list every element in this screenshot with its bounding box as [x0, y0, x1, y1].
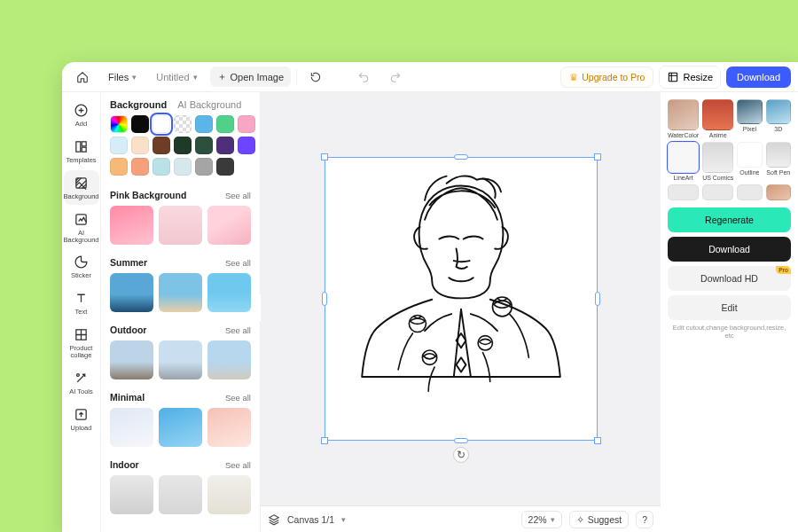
rail-ai-tools[interactable]: AI Tools: [64, 365, 99, 400]
canvas-stage: ↻ Canvas 1/1▾ 22%▾ ✧Suggest ?: [261, 92, 661, 532]
color-swatch[interactable]: [153, 115, 170, 133]
rotate-handle[interactable]: ↻: [453, 447, 469, 463]
color-swatch[interactable]: [131, 115, 149, 133]
category-title: Pink Background: [110, 190, 186, 200]
rail-templates[interactable]: Templates: [64, 134, 99, 168]
style-option[interactable]: Pixel: [737, 99, 762, 138]
color-swatch[interactable]: [131, 158, 149, 176]
help-button[interactable]: ?: [636, 511, 653, 528]
color-swatch[interactable]: [110, 158, 128, 176]
color-swatch[interactable]: [153, 158, 170, 176]
background-thumbnail[interactable]: [110, 206, 153, 245]
background-thumbnail[interactable]: [159, 475, 202, 514]
rail-text[interactable]: Text: [64, 286, 99, 320]
background-thumbnail[interactable]: [159, 408, 202, 447]
background-thumbnail[interactable]: [207, 408, 251, 447]
open-image-button[interactable]: ＋Open Image: [210, 66, 292, 87]
background-thumbnail[interactable]: [110, 475, 153, 514]
style-thumbnail: [766, 142, 791, 167]
templates-icon: [74, 139, 89, 154]
resize-handle[interactable]: [594, 153, 601, 160]
color-swatch[interactable]: [195, 137, 213, 154]
style-option[interactable]: [766, 184, 791, 200]
see-all-link[interactable]: See all: [225, 393, 251, 403]
tab-background[interactable]: Background: [110, 99, 167, 110]
upgrade-button[interactable]: ♛Upgrade to Pro: [560, 66, 653, 88]
color-swatch[interactable]: [195, 115, 213, 133]
home-icon: [76, 71, 89, 83]
background-thumbnail[interactable]: [110, 340, 153, 379]
color-swatch[interactable]: [216, 158, 234, 176]
style-option[interactable]: LineArt: [668, 142, 699, 181]
canvas-artwork: [337, 164, 585, 434]
redo-button[interactable]: [382, 67, 409, 87]
see-all-link[interactable]: See all: [225, 258, 251, 268]
download-button[interactable]: Download: [726, 66, 791, 88]
edit-button[interactable]: Edit: [668, 295, 791, 320]
style-option[interactable]: Outline: [737, 142, 762, 181]
background-thumbnail[interactable]: [159, 273, 202, 312]
color-swatch[interactable]: [110, 137, 128, 154]
style-option[interactable]: [668, 184, 699, 200]
color-swatch[interactable]: [195, 158, 213, 176]
undo-button[interactable]: [350, 67, 377, 87]
color-swatch[interactable]: [174, 137, 192, 154]
background-thumbnail[interactable]: [207, 206, 251, 245]
files-menu[interactable]: Files▾: [101, 68, 144, 86]
resize-handle[interactable]: [322, 292, 327, 306]
document-name[interactable]: Untitled▾: [149, 68, 204, 86]
revert-button[interactable]: [302, 67, 329, 87]
style-option[interactable]: WaterColor: [668, 99, 699, 138]
color-swatch[interactable]: [216, 115, 234, 133]
color-swatch-grid: [101, 115, 260, 184]
rail-upload[interactable]: Upload: [64, 402, 99, 436]
color-swatch[interactable]: [174, 115, 192, 133]
see-all-link[interactable]: See all: [225, 460, 251, 470]
resize-handle[interactable]: [595, 292, 600, 306]
color-swatch[interactable]: [131, 137, 149, 154]
background-thumbnail[interactable]: [110, 408, 153, 447]
tab-ai-background[interactable]: AI Background: [177, 99, 241, 110]
style-option[interactable]: Soft Pen: [766, 142, 791, 181]
home-button[interactable]: [69, 67, 96, 87]
canvas-counter[interactable]: Canvas 1/1: [287, 514, 334, 525]
background-thumbnail[interactable]: [110, 273, 153, 312]
color-swatch[interactable]: [174, 158, 192, 176]
see-all-link[interactable]: See all: [225, 325, 251, 335]
rail-background[interactable]: Background: [64, 170, 99, 205]
background-thumbnail[interactable]: [207, 273, 251, 312]
resize-handle[interactable]: [454, 438, 468, 443]
color-swatch[interactable]: [216, 137, 234, 154]
download-hd-button[interactable]: Download HDPro: [668, 266, 791, 291]
background-thumbnail[interactable]: [159, 206, 202, 245]
edit-hint-text: Edit cutout,change background,resize, et…: [668, 324, 791, 340]
background-thumbnail[interactable]: [207, 340, 251, 379]
background-thumbnail[interactable]: [207, 475, 251, 514]
color-swatch[interactable]: [238, 137, 255, 154]
resize-handle[interactable]: [321, 153, 328, 160]
canvas-selection[interactable]: ↻: [325, 157, 598, 441]
style-option[interactable]: Anime: [702, 99, 733, 138]
zoom-level[interactable]: 22%▾: [521, 511, 562, 528]
color-swatch[interactable]: [238, 115, 255, 133]
rail-product-collage[interactable]: Product collage: [64, 322, 99, 364]
style-thumbnail: [702, 142, 733, 173]
suggest-button[interactable]: ✧Suggest: [569, 511, 630, 528]
regenerate-button[interactable]: Regenerate: [668, 207, 791, 232]
resize-handle[interactable]: [454, 154, 468, 160]
color-swatch[interactable]: [110, 115, 128, 133]
rail-sticker[interactable]: Sticker: [64, 249, 99, 284]
resize-handle[interactable]: [594, 437, 601, 444]
download-result-button[interactable]: Download: [668, 237, 791, 262]
background-thumbnail[interactable]: [159, 340, 202, 379]
resize-handle[interactable]: [321, 437, 328, 444]
color-swatch[interactable]: [153, 137, 170, 154]
rail-ai-background[interactable]: AI Background: [64, 207, 99, 248]
style-option[interactable]: [702, 184, 733, 200]
rail-add[interactable]: Add: [64, 98, 99, 132]
style-option[interactable]: US Comics: [702, 142, 733, 181]
style-option[interactable]: [737, 184, 762, 200]
see-all-link[interactable]: See all: [225, 191, 251, 200]
resize-button[interactable]: Resize: [659, 66, 721, 89]
style-option[interactable]: 3D: [766, 99, 791, 138]
